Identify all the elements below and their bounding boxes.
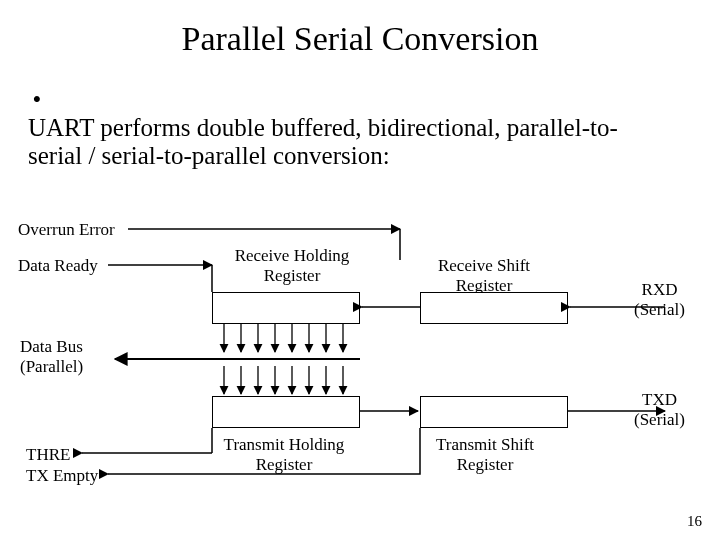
page-number: 16 [687, 513, 702, 530]
label-thre: THRE [26, 445, 70, 465]
box-transmit-shift [420, 396, 568, 428]
label-data-ready: Data Ready [18, 256, 98, 276]
label-receive-shift: Receive Shift Register [429, 256, 539, 295]
label-transmit-shift: Transmit Shift Register [425, 435, 545, 474]
label-rxd: RXD (Serial) [627, 280, 692, 319]
label-tx-empty: TX Empty [26, 466, 98, 486]
label-receive-holding: Receive Holding Register [227, 246, 357, 285]
label-overrun-error: Overrun Error [18, 220, 115, 240]
bullet-text: UART performs double buffered, bidirecti… [28, 114, 668, 170]
box-transmit-holding [212, 396, 360, 428]
label-txd: TXD (Serial) [627, 390, 692, 429]
bullet-row: • UART performs double buffered, bidirec… [28, 86, 692, 170]
label-data-bus: Data Bus (Parallel) [20, 337, 83, 376]
box-receive-holding [212, 292, 360, 324]
arrows-overlay [0, 0, 720, 540]
label-transmit-holding: Transmit Holding Register [214, 435, 354, 474]
bullet-dot: • [28, 86, 46, 114]
slide-title: Parallel Serial Conversion [0, 20, 720, 58]
box-receive-shift [420, 292, 568, 324]
